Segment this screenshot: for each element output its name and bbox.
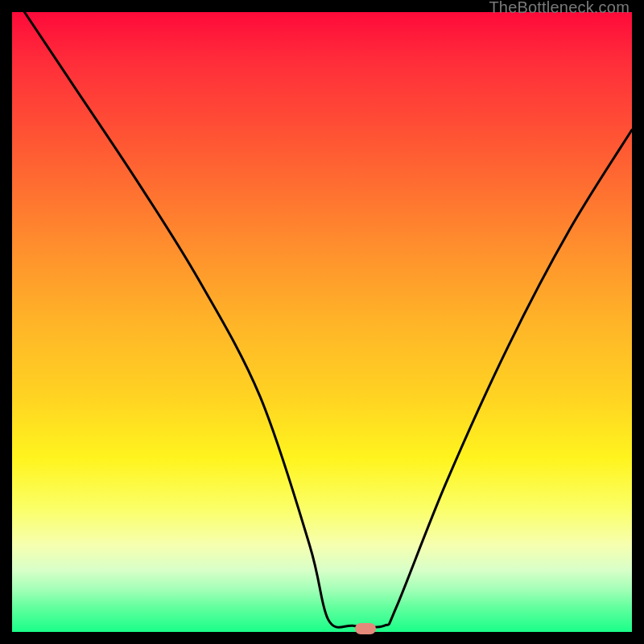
watermark-label: TheBottleneck.com bbox=[489, 0, 630, 17]
bottleneck-curve bbox=[24, 12, 632, 627]
chart-curve-layer bbox=[12, 12, 632, 632]
optimum-marker bbox=[355, 623, 376, 634]
